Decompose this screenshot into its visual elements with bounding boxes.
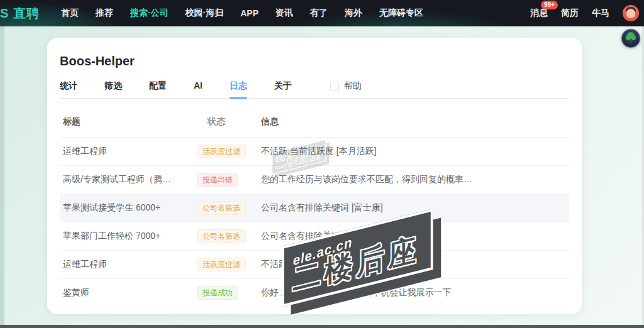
avatar-face: [626, 9, 635, 18]
log-table-row[interactable]: 苹果测试接受学生 6000+ 公司名筛选 公司名含有排除关键词 [富士康]: [60, 194, 569, 222]
status-tag: 活跃度过滤: [197, 145, 246, 158]
tabs-divider: [60, 98, 569, 99]
tab-筛选[interactable]: 筛选: [104, 74, 122, 98]
row-status-cell: 活跃度过滤: [197, 145, 261, 158]
messages-count-badge: 99+: [541, 1, 558, 9]
row-job-title: 运维工程师: [63, 146, 197, 157]
row-info: 不活跃,当前活跃度 [2月内活跃]: [261, 259, 569, 270]
row-status-cell: 公司名筛选: [197, 229, 261, 243]
row-info: 你好 刘**,我经验丰富,麻烦给个机会让我展示一下: [261, 287, 569, 298]
nav-item[interactable]: APP: [240, 8, 258, 18]
help-checkbox[interactable]: [330, 82, 339, 90]
log-table-header: 标题 状态 信息: [60, 99, 569, 138]
nav-item[interactable]: 海外: [345, 8, 362, 19]
boss-zhipin-logo[interactable]: S 直聘: [0, 5, 40, 22]
row-info: 您的工作经历与该岗位要求不匹配，得到回复的概率…: [261, 174, 569, 185]
status-tag: 公司名筛选: [197, 229, 246, 243]
top-navbar: S 直聘 首页推荐搜索·公司校园·海归APP资讯有了海外无障碍专区 消息 99+…: [0, 0, 644, 26]
navbar-right: 消息 99+ 简历 牛马: [530, 5, 639, 21]
row-job-title: 高级/专家测试工程师（腾…: [63, 174, 197, 185]
tab-日志[interactable]: 日志: [230, 74, 247, 98]
log-table-row[interactable]: 苹果部门工作轻松 7000+ 公司名筛选 公司名含有排除关键词 [富士康]: [60, 222, 569, 251]
nav-item[interactable]: 推荐: [96, 8, 113, 19]
row-status-cell: 活跃度过滤: [197, 258, 261, 271]
user-avatar[interactable]: [623, 5, 639, 21]
row-job-title: 苹果测试接受学生 6000+: [63, 202, 197, 214]
row-job-title: 鉴黄师: [63, 287, 197, 298]
header-status: 状态: [197, 116, 261, 128]
nav-item[interactable]: 无障碍专区: [379, 8, 423, 19]
log-table-body: 运维工程师 活跃度过滤 不活跃,当前活跃度 [本月活跃] 高级/专家测试工程师（…: [60, 138, 569, 307]
row-info: 不活跃,当前活跃度 [本月活跃]: [261, 146, 569, 157]
status-tag: 活跃度过滤: [197, 258, 246, 271]
navbar-menu: 首页推荐搜索·公司校园·海归APP资讯有了海外无障碍专区: [61, 8, 423, 19]
status-tag: 投递出错: [197, 173, 238, 187]
tree-trunk: [630, 39, 632, 43]
messages-link[interactable]: 消息 99+: [530, 8, 548, 19]
nav-item[interactable]: 有了: [310, 8, 328, 19]
row-job-title: 苹果部门工作轻松 7000+: [63, 231, 197, 242]
nav-item[interactable]: 首页: [61, 8, 79, 19]
help-checkbox-wrap[interactable]: 帮助: [330, 80, 362, 92]
row-info: 公司名含有排除关键词 [富士康]: [261, 231, 569, 242]
help-checkbox-label: 帮助: [344, 80, 362, 92]
nav-item[interactable]: 校园·海归: [186, 8, 224, 19]
row-status-cell: 投递出错: [197, 173, 261, 187]
username-label[interactable]: 牛马: [592, 8, 609, 19]
boos-helper-panel: Boos-Helper 统计筛选配置AI日志关于 帮助 标题 状态 信息 运维工…: [47, 38, 582, 314]
row-status-cell: 公司名筛选: [197, 201, 261, 215]
panel-title: Boos-Helper: [60, 38, 569, 68]
nav-item[interactable]: 搜索·公司: [130, 8, 169, 19]
status-tag: 投递成功: [197, 286, 238, 300]
row-job-title: 运维工程师: [63, 259, 197, 270]
tab-统计[interactable]: 统计: [60, 74, 77, 98]
header-title: 标题: [63, 116, 197, 128]
tab-配置[interactable]: 配置: [149, 74, 167, 98]
log-table-row[interactable]: 高级/专家测试工程师（腾… 投递出错 您的工作经历与该岗位要求不匹配，得到回复的…: [60, 166, 569, 194]
row-status-cell: 投递成功: [197, 286, 261, 300]
header-info: 信息: [261, 116, 569, 128]
resume-link[interactable]: 简历: [561, 8, 579, 19]
log-table: 标题 状态 信息 运维工程师 活跃度过滤 不活跃,当前活跃度 [本月活跃] 高级…: [60, 99, 569, 307]
tabs-host: 统计筛选配置AI日志关于: [60, 74, 319, 98]
tab-AI[interactable]: AI: [194, 74, 203, 98]
nav-item[interactable]: 资讯: [275, 8, 293, 19]
status-tag: 公司名筛选: [197, 201, 246, 215]
left-edge-strip: [0, 26, 4, 328]
tabs-bar: 统计筛选配置AI日志关于 帮助: [60, 74, 569, 99]
tab-关于[interactable]: 关于: [274, 74, 292, 98]
log-table-row[interactable]: 鉴黄师 投递成功 你好 刘**,我经验丰富,麻烦给个机会让我展示一下: [60, 279, 569, 307]
log-table-row[interactable]: 运维工程师 活跃度过滤 不活跃,当前活跃度 [2月内活跃]: [60, 251, 569, 279]
row-info: 公司名含有排除关键词 [富士康]: [261, 202, 569, 214]
tree-script-badge-icon[interactable]: [621, 29, 640, 48]
bottom-window-edge: [0, 325, 644, 328]
log-table-row[interactable]: 运维工程师 活跃度过滤 不活跃,当前活跃度 [本月活跃]: [60, 138, 569, 166]
